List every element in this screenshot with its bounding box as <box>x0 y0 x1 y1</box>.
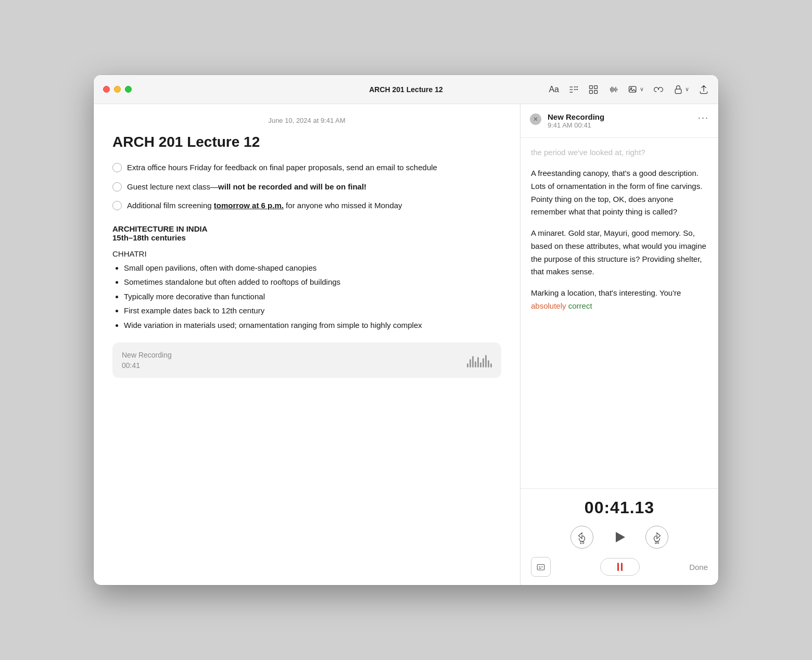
svg-rect-21 <box>537 565 544 570</box>
checkbox-3[interactable] <box>112 201 122 210</box>
recording-header: ✕ New Recording 9:41 AM 00:41 ··· <box>521 104 718 138</box>
svg-rect-10 <box>594 90 598 93</box>
svg-rect-7 <box>590 85 593 88</box>
checkbox-1[interactable] <box>112 163 122 172</box>
svg-rect-18 <box>629 86 636 92</box>
playback-controls: 15 30 <box>531 526 708 549</box>
recording-header-info: New Recording 9:41 AM 00:41 <box>548 112 604 129</box>
recording-card-title: New Recording <box>122 351 172 359</box>
transcript-faded: the period we've looked at, right? <box>531 146 708 159</box>
svg-rect-20 <box>675 89 681 93</box>
recording-close-button[interactable]: ✕ <box>530 113 541 125</box>
recording-timestamp: 9:41 AM 00:41 <box>548 121 604 129</box>
playback-bottom: Done <box>531 557 708 577</box>
svg-point-3 <box>574 86 576 87</box>
window-title: ARCH 201 Lecture 12 <box>369 85 443 94</box>
traffic-lights <box>103 86 132 93</box>
transcript-paragraph-2: A minaret. Gold star, Mayuri, good memor… <box>531 227 708 278</box>
grid-icon[interactable] <box>588 84 599 95</box>
done-button[interactable]: Done <box>689 563 708 572</box>
svg-point-5 <box>574 88 576 90</box>
recording-card[interactable]: New Recording 00:41 <box>112 342 501 378</box>
transcript-area: the period we've looked at, right? A fre… <box>521 138 718 488</box>
rewind-button[interactable]: 15 <box>570 526 593 549</box>
maximize-button[interactable] <box>125 86 132 93</box>
forward-button[interactable]: 30 <box>645 526 668 549</box>
list-item: Sometimes standalone but often added to … <box>124 276 501 288</box>
checklist-item-1: Extra office hours Friday for feedback o… <box>112 162 501 174</box>
recording-card-time: 00:41 <box>122 361 172 370</box>
list-item: Typically more decorative than functiona… <box>124 291 501 303</box>
checklist-text-3: Additional film screening tomorrow at 6 … <box>127 200 402 212</box>
transcript-paragraph-3: Marking a location, that's interesting. … <box>531 287 708 313</box>
play-button[interactable] <box>608 526 631 549</box>
checklist-text-2: Guest lecture next class—will not be rec… <box>127 181 366 193</box>
play-icon <box>616 532 625 542</box>
left-panel: June 10, 2024 at 9:41 AM ARCH 201 Lectur… <box>94 104 521 585</box>
forward-label: 30 <box>655 540 659 545</box>
svg-rect-9 <box>590 90 593 93</box>
more-options-button[interactable]: ··· <box>698 112 709 123</box>
captions-button[interactable] <box>531 557 551 577</box>
titlebar: ARCH 201 Lecture 12 Aa <box>94 75 718 104</box>
recording-waveform <box>467 353 492 367</box>
grid-icon-svg <box>588 84 599 95</box>
pause-icon <box>617 563 623 571</box>
note-title: ARCH 201 Lecture 12 <box>112 134 501 150</box>
svg-point-19 <box>630 87 632 89</box>
svg-point-6 <box>576 88 578 90</box>
collaborate-icon[interactable] <box>653 84 664 95</box>
recording-name: New Recording <box>548 112 604 121</box>
font-icon[interactable]: Aa <box>549 85 559 94</box>
section-title: ARCHITECTURE IN INDIA <box>112 224 501 233</box>
image-icon[interactable]: ∨ <box>628 84 644 95</box>
list-item: First example dates back to 12th century <box>124 305 501 317</box>
lock-icon[interactable]: ∨ <box>673 84 689 95</box>
checklist-item-3: Additional film screening tomorrow at 6 … <box>112 200 501 212</box>
main-content: June 10, 2024 at 9:41 AM ARCH 201 Lectur… <box>94 104 718 585</box>
minimize-button[interactable] <box>114 86 121 93</box>
app-window: ARCH 201 Lecture 12 Aa <box>94 75 718 585</box>
list-icon-svg <box>568 84 579 95</box>
lock-icon-svg <box>673 84 683 95</box>
checklist-item-2: Guest lecture next class—will not be rec… <box>112 181 501 193</box>
svg-point-4 <box>576 86 578 87</box>
right-panel: ✕ New Recording 9:41 AM 00:41 ··· the pe… <box>521 104 718 585</box>
checklist-text-1: Extra office hours Friday for feedback o… <box>127 162 437 174</box>
waveform-icon-svg <box>608 84 618 95</box>
pause-button[interactable] <box>600 558 640 576</box>
highlight-absolutely: absolutely <box>531 301 566 310</box>
section-subtitle: 15th–18th centuries <box>112 233 501 242</box>
list-item: Small open pavilions, often with dome-sh… <box>124 262 501 274</box>
svg-rect-8 <box>594 85 598 88</box>
collab-icon-svg <box>653 84 664 95</box>
image-icon-svg <box>628 84 638 95</box>
toolbar-right: Aa <box>549 84 709 95</box>
share-icon[interactable] <box>699 84 709 95</box>
rewind-label: 15 <box>580 540 585 545</box>
note-date: June 10, 2024 at 9:41 AM <box>112 117 501 124</box>
chhatri-label: CHHATRI <box>112 249 501 258</box>
close-button[interactable] <box>103 86 110 93</box>
share-icon-svg <box>699 84 709 95</box>
bullet-list: Small open pavilions, often with dome-sh… <box>112 262 501 332</box>
list-view-icon[interactable] <box>568 84 579 95</box>
recording-header-left: ✕ New Recording 9:41 AM 00:41 <box>530 112 604 129</box>
highlight-correct: correct <box>568 301 592 310</box>
playback-timer: 00:41.13 <box>531 498 708 517</box>
section-header: ARCHITECTURE IN INDIA 15th–18th centurie… <box>112 224 501 242</box>
waveform-icon[interactable] <box>608 84 618 95</box>
recording-info: New Recording 00:41 <box>122 351 172 370</box>
checkbox-2[interactable] <box>112 182 122 192</box>
list-item: Wide variation in materials used; orname… <box>124 320 501 332</box>
transcript-paragraph-1: A freestanding canopy, that's a good des… <box>531 167 708 219</box>
playback-area: 00:41.13 15 30 <box>521 488 718 585</box>
